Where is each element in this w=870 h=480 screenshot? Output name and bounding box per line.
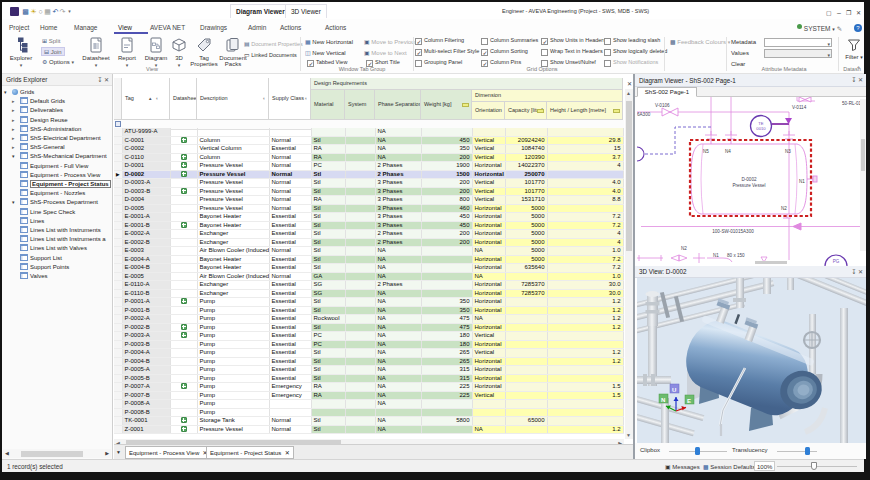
svg-text:PG: PG (833, 259, 840, 264)
svg-text:N1: N1 (713, 253, 719, 258)
svg-text:N5: N5 (703, 149, 709, 154)
svg-text:0010: 0010 (756, 126, 766, 131)
svg-text:80 x 150: 80 x 150 (727, 253, 745, 258)
svg-text:N: N (661, 397, 665, 403)
svg-text:6A300: 6A300 (637, 112, 651, 117)
svg-text:V-0106: V-0106 (655, 103, 670, 108)
svg-text:N3: N3 (785, 149, 791, 154)
svg-text:N2: N2 (781, 206, 787, 211)
svg-text:U: U (672, 387, 676, 393)
svg-text:N4: N4 (725, 149, 731, 154)
svg-text:100-SW-01015A300: 100-SW-01015A300 (712, 229, 754, 234)
svg-text:N2: N2 (681, 246, 687, 251)
svg-text:E: E (687, 398, 691, 404)
svg-text:Pressure Vessel: Pressure Vessel (732, 183, 765, 188)
svg-text:V-0114: V-0114 (792, 105, 807, 110)
svg-text:D-0002: D-0002 (741, 177, 757, 182)
svg-text:N1: N1 (799, 179, 805, 184)
